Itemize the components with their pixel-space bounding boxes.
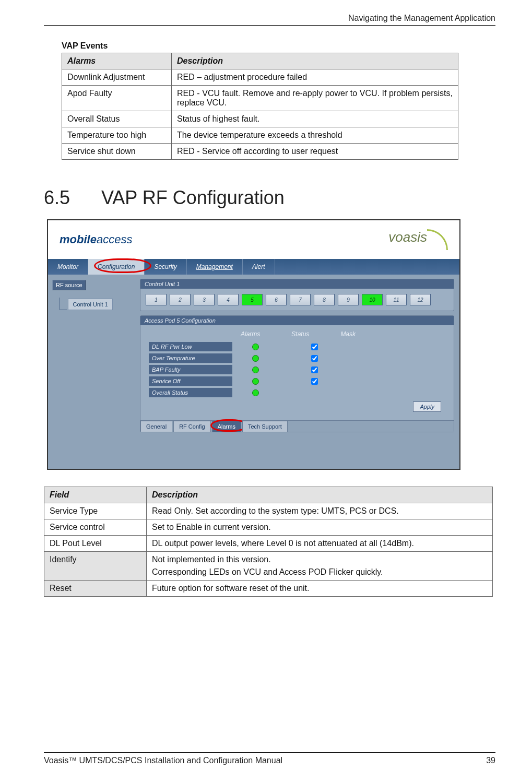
logo-voasis: voasis <box>388 229 448 250</box>
cell-alarm: Overall Status <box>62 111 172 127</box>
tab-management[interactable]: Management <box>187 259 243 275</box>
col-description: Description <box>172 53 458 69</box>
logo-mobileaccess: mobileaccess <box>60 233 132 246</box>
cell-desc: DL output power levels, where Level 0 is… <box>147 536 493 552</box>
slot-1[interactable]: 1 <box>146 294 167 305</box>
access-pod-config-panel: Access Pod 5 Configuration Alarms Status… <box>140 315 454 432</box>
table-row: DL Pout Level DL output power levels, wh… <box>44 536 493 552</box>
section-number: 6.5 <box>44 187 101 209</box>
page-footer: Voasis™ UMTS/DCS/PCS Installation and Co… <box>44 752 495 765</box>
subtab-rf-config[interactable]: RF Config <box>173 421 211 432</box>
table-row: Service Type Read Only. Set according to… <box>44 503 493 519</box>
cell-alarm: Temperature too high <box>62 127 172 144</box>
cell-desc: RED – adjustment procedure failed <box>172 69 458 86</box>
cfg-row-bap-faulty: BAP Faulty <box>149 364 445 375</box>
cell-desc: RED - Service off according to user requ… <box>172 144 458 160</box>
vap-events-title: VAP Events <box>62 41 495 51</box>
slot-8[interactable]: 8 <box>314 294 335 305</box>
cfg-col-mask: Mask <box>340 330 356 338</box>
slot-10[interactable]: 10 <box>362 294 383 305</box>
subtab-general[interactable]: General <box>140 421 172 432</box>
section-title-text: VAP RF Configuration <box>101 187 285 208</box>
vap-events-table: Alarms Description Downlink Adjustment R… <box>62 53 458 160</box>
status-dot-icon <box>252 378 259 385</box>
sidebar: RF source Control Unit 1 <box>48 275 138 469</box>
cell-field: Service control <box>44 519 147 536</box>
slot-row: 1 2 3 4 5 6 7 8 9 10 11 12 <box>140 289 454 311</box>
highlight-config-oval <box>94 258 151 273</box>
cfg-column-headers: Alarms Status Mask <box>241 330 445 338</box>
slot-11[interactable]: 11 <box>386 294 407 305</box>
cell-desc: The device temperature exceeds a thresho… <box>172 127 458 144</box>
cell-desc: RED - VCU fault. Remove and re-apply pow… <box>172 86 458 111</box>
cell-desc: Not implemented in this version. Corresp… <box>147 552 493 581</box>
cell-field: Identify <box>44 552 147 581</box>
mask-checkbox[interactable] <box>311 378 318 385</box>
cfg-row-dl-rf-pwr-low: DL RF Pwr Low <box>149 341 445 352</box>
subtab-alarms[interactable]: Alarms <box>212 421 241 432</box>
cell-desc: Set to Enable in current version. <box>147 519 493 536</box>
field-description-table: Field Description Service Type Read Only… <box>44 487 493 597</box>
table-row: Apod Faulty RED - VCU fault. Remove and … <box>62 86 458 111</box>
main-tabs: Monitor Configuration Security Managemen… <box>48 259 459 275</box>
cfg-row-over-temperature: Over Temprature <box>149 352 445 364</box>
cell-field: DL Pout Level <box>44 536 147 552</box>
tab-monitor[interactable]: Monitor <box>48 259 88 275</box>
table-row: Identify Not implemented in this version… <box>44 552 493 581</box>
control-unit-panel: Control Unit 1 1 2 3 4 5 6 7 8 9 10 11 1… <box>140 279 454 311</box>
slot-3[interactable]: 3 <box>194 294 215 305</box>
cell-desc-line1: Not implemented in this version. <box>152 555 487 564</box>
slot-6[interactable]: 6 <box>266 294 287 305</box>
col-alarms: Alarms <box>62 53 172 69</box>
col-field: Field <box>44 487 147 503</box>
cfg-col-alarms: Alarms <box>241 330 260 338</box>
page-number: 39 <box>486 756 495 765</box>
table-row: Service shut down RED - Service off acco… <box>62 144 458 160</box>
col-description2: Description <box>147 487 493 503</box>
status-dot-icon <box>252 389 259 396</box>
table-row: Downlink Adjustment RED – adjustment pro… <box>62 69 458 86</box>
cfg-name: Overall Status <box>149 388 232 397</box>
table-row: Reset Future option for software reset o… <box>44 581 493 597</box>
cfg-name: DL RF Pwr Low <box>149 342 232 351</box>
cell-desc: Read Only. Set according to the system t… <box>147 503 493 519</box>
cell-desc: Future option for software reset of the … <box>147 581 493 597</box>
access-pod-config-title: Access Pod 5 Configuration <box>140 316 454 325</box>
table-row: Temperature too high The device temperat… <box>62 127 458 144</box>
mask-checkbox[interactable] <box>311 355 318 362</box>
status-dot-icon <box>252 355 259 362</box>
sidebar-item-control-unit-1[interactable]: Control Unit 1 <box>68 299 112 310</box>
cfg-name: Service Off <box>149 376 232 386</box>
cfg-name: BAP Faulty <box>149 365 232 374</box>
app-screenshot: mobileaccess voasis Monitor Configuratio… <box>47 219 460 470</box>
cfg-row-service-off: Service Off <box>149 375 445 387</box>
apply-button[interactable]: Apply <box>413 401 441 412</box>
cell-field: Reset <box>44 581 147 597</box>
cfg-name: Over Temprature <box>149 353 232 363</box>
subtabs: General RF Config Alarms Tech Support <box>140 420 454 432</box>
slot-2[interactable]: 2 <box>170 294 191 305</box>
cell-alarm: Downlink Adjustment <box>62 69 172 86</box>
footer-left: Voasis™ UMTS/DCS/PCS Installation and Co… <box>44 756 282 765</box>
slot-5[interactable]: 5 <box>242 294 263 305</box>
swoosh-icon <box>427 229 448 250</box>
cell-desc-line2: Corresponding LEDs on VCU and Access POD… <box>152 567 487 577</box>
subtab-tech-support[interactable]: Tech Support <box>242 421 288 432</box>
app-header: mobileaccess voasis <box>48 220 459 259</box>
table-row: Service control Set to Enable in current… <box>44 519 493 536</box>
slot-9[interactable]: 9 <box>338 294 359 305</box>
cell-field: Service Type <box>44 503 147 519</box>
tab-alert[interactable]: Alert <box>243 259 275 275</box>
mask-checkbox[interactable] <box>311 366 318 373</box>
mask-checkbox[interactable] <box>311 344 318 350</box>
cell-alarm: Service shut down <box>62 144 172 160</box>
tree-line-icon <box>60 298 67 310</box>
page-header: Navigating the Management Application <box>44 9 495 26</box>
sidebar-rf-source-label: RF source <box>52 280 86 290</box>
slot-12[interactable]: 12 <box>410 294 431 305</box>
cfg-row-overall-status: Overall Status <box>149 387 445 398</box>
slot-7[interactable]: 7 <box>290 294 311 305</box>
table-row: Overall Status Status of highest fault. <box>62 111 458 127</box>
cell-desc: Status of highest fault. <box>172 111 458 127</box>
slot-4[interactable]: 4 <box>218 294 239 305</box>
